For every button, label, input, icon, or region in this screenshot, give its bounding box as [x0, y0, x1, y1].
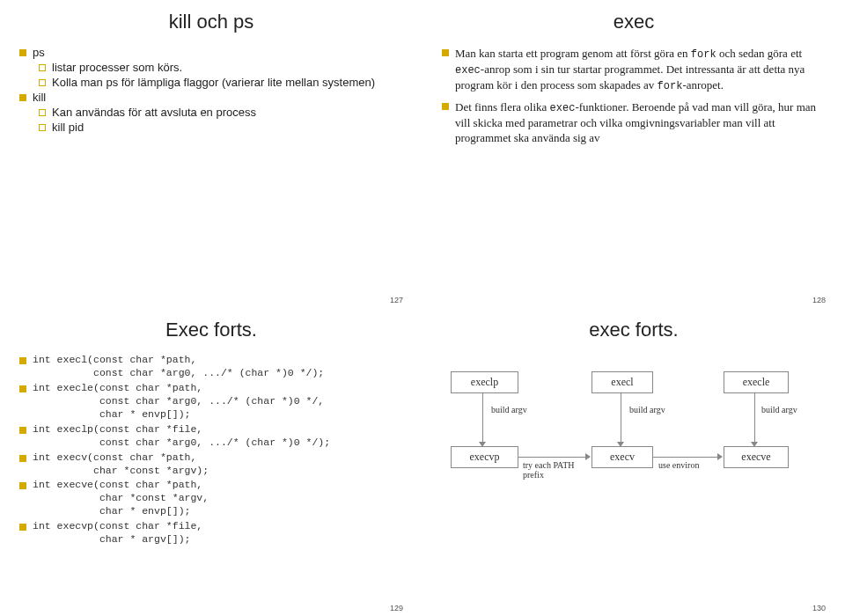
- bullet-text: ps: [33, 46, 45, 59]
- bullet-icon: [19, 427, 26, 434]
- bullet-icon: [442, 49, 449, 56]
- bullet-kill: kill: [19, 91, 403, 104]
- slide-title: exec: [442, 11, 826, 33]
- bullet-text: Det finns flera olika exec-funktioner. B…: [455, 99, 826, 146]
- label-try-path: try each PATH prefix: [523, 460, 575, 480]
- sig-execv: int execv(const char *path, char *const …: [19, 451, 403, 478]
- bullet-icon: [19, 49, 26, 56]
- arrow-right-icon: [585, 453, 591, 460]
- bullet-ps-desc2: Kolla man ps för lämpliga flaggor (varie…: [39, 76, 403, 89]
- bullet-ps: ps: [19, 46, 403, 59]
- label-build-argv: build argv: [491, 405, 527, 414]
- bullet-icon: [39, 79, 46, 86]
- sig-execlp: int execlp(const char *file, const char …: [19, 423, 403, 450]
- bullet-icon: [39, 124, 46, 131]
- box-execle: execle: [724, 371, 789, 393]
- slide-exec: exec Man kan starta ett program genom at…: [422, 0, 845, 308]
- page-number: 128: [812, 296, 826, 304]
- box-execvp: execvp: [451, 446, 518, 468]
- bullet-text: Man kan starta ett program genom att för…: [455, 46, 826, 94]
- page-number: 129: [390, 604, 403, 612]
- sig-execle: int execle(const char *path, const char …: [19, 382, 403, 422]
- box-execlp: execlp: [451, 371, 518, 393]
- label-use-environ: use environ: [658, 460, 699, 470]
- arrow-line: [653, 457, 719, 458]
- bullet-exec-p1: Man kan starta ett program genom att för…: [442, 46, 826, 94]
- bullet-icon: [39, 64, 46, 71]
- slide-title: exec forts.: [442, 319, 826, 341]
- page-number: 127: [390, 296, 403, 304]
- bullet-kill-pid: kill pid: [39, 121, 403, 134]
- box-execv: execv: [592, 446, 653, 468]
- bullet-exec-p2: Det finns flera olika exec-funktioner. B…: [442, 99, 826, 146]
- sig-execve: int execve(const char *path, char *const…: [19, 479, 403, 518]
- label-build-argv: build argv: [761, 405, 797, 414]
- bullet-text: kill: [33, 91, 46, 104]
- bullet-icon: [19, 357, 26, 364]
- slide-exec-forts-code: Exec forts. int execl(const char *path, …: [0, 308, 422, 616]
- arrow-line: [482, 392, 483, 444]
- bullet-icon: [442, 103, 449, 110]
- slide-title: kill och ps: [19, 11, 403, 33]
- code-text: int execvp(const char *file, char * argv…: [33, 520, 202, 546]
- arrow-down-icon: [479, 442, 486, 447]
- slide-title: Exec forts.: [19, 319, 403, 341]
- bullet-icon: [19, 455, 26, 462]
- page-number: 130: [812, 604, 826, 612]
- arrow-line: [754, 392, 755, 444]
- bullet-icon: [19, 94, 26, 101]
- box-execve: execve: [724, 446, 789, 468]
- arrow-down-icon: [751, 442, 758, 447]
- sig-execvp: int execvp(const char *file, char * argv…: [19, 520, 403, 546]
- code-text: int execle(const char *path, const char …: [33, 382, 324, 422]
- bullet-kill-desc1: Kan användas för att avsluta en process: [39, 106, 403, 119]
- slide-kill-ps: kill och ps ps listar processer som körs…: [0, 0, 422, 308]
- bullet-ps-desc1: listar processer som körs.: [39, 61, 403, 74]
- bullet-icon: [39, 109, 46, 116]
- slide-exec-forts-diagram: exec forts. execlp execl execle execvp e…: [422, 308, 845, 616]
- arrow-down-icon: [617, 442, 624, 447]
- bullet-text: Kolla man ps för lämpliga flaggor (varie…: [52, 76, 375, 89]
- bullet-text: kill pid: [52, 121, 84, 134]
- arrow-line: [518, 457, 587, 458]
- bullet-text: Kan användas för att avsluta en process: [52, 106, 256, 119]
- bullet-text: listar processer som körs.: [52, 61, 182, 74]
- arrow-line: [621, 392, 621, 444]
- arrow-right-icon: [717, 453, 723, 460]
- code-text: int execl(const char *path, const char *…: [33, 354, 324, 380]
- code-text: int execv(const char *path, char *const …: [33, 451, 209, 478]
- bullet-icon: [19, 385, 26, 392]
- exec-diagram: execlp execl execle execvp execv execve …: [451, 371, 812, 503]
- bullet-icon: [19, 482, 26, 489]
- code-text: int execlp(const char *file, const char …: [33, 423, 330, 450]
- label-build-argv: build argv: [629, 405, 665, 414]
- code-text: int execve(const char *path, char *const…: [33, 479, 209, 518]
- sig-execl: int execl(const char *path, const char *…: [19, 354, 403, 380]
- box-execl: execl: [592, 371, 653, 393]
- bullet-icon: [19, 524, 26, 531]
